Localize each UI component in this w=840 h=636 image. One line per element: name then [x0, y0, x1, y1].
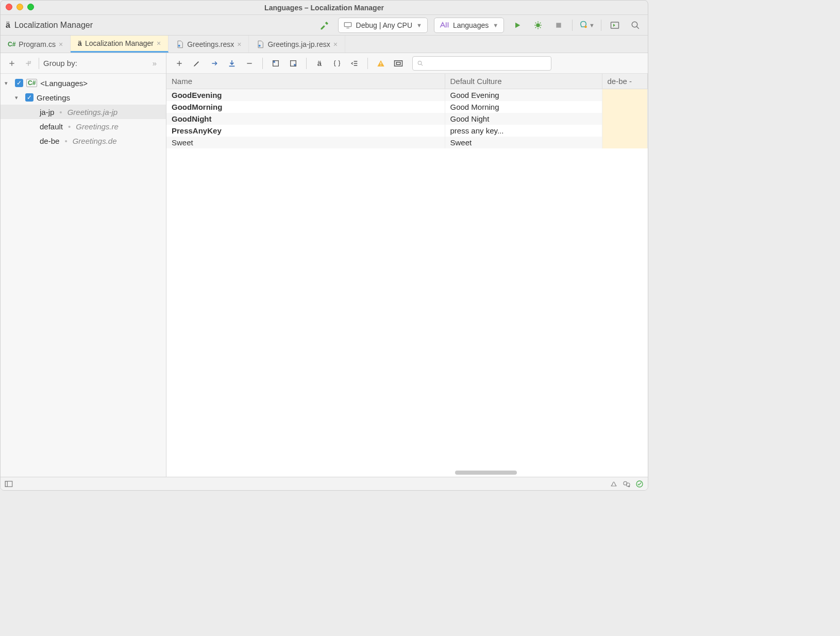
- tab-greetings-resx[interactable]: Greetings.resx ×: [169, 36, 249, 53]
- panel-button[interactable]: [608, 18, 622, 32]
- close-icon[interactable]: ×: [59, 40, 63, 48]
- chevron-down-icon: ▾: [5, 80, 12, 87]
- cell-default[interactable]: Sweet: [445, 137, 602, 148]
- hammer-build-button[interactable]: [317, 18, 332, 32]
- collapse-button[interactable]: »: [148, 57, 161, 70]
- braces-button[interactable]: [329, 56, 345, 71]
- cell-default[interactable]: press any key...: [445, 125, 602, 137]
- panel-toggle-button[interactable]: [5, 480, 13, 488]
- svg-rect-11: [380, 65, 381, 65]
- table-row[interactable]: GoodNightGood Night: [166, 113, 648, 125]
- svg-point-19: [628, 486, 630, 487]
- horizontal-scrollbar[interactable]: [455, 471, 517, 475]
- content-toolbar: ä: [166, 53, 648, 74]
- table-row[interactable]: GoodMorningGood Morning: [166, 101, 648, 113]
- table-wrap[interactable]: Name Default Culture de-be - GoodEvening…: [166, 74, 648, 477]
- culture-label: ja-jp: [40, 108, 54, 116]
- indent-button[interactable]: [347, 56, 362, 71]
- tree-leaf-ja-jp[interactable]: ja-jp • Greetings.ja-jp: [1, 105, 166, 119]
- tab-greetings-ja-jp-resx[interactable]: Greetings.ja-jp.resx ×: [249, 36, 345, 53]
- svg-point-6: [178, 44, 180, 46]
- svg-rect-0: [344, 22, 351, 26]
- statusbar: [1, 477, 648, 490]
- close-window-button[interactable]: [6, 4, 12, 10]
- tab-label: Program.cs: [19, 40, 56, 48]
- csharp-folder-icon: C#: [26, 79, 37, 87]
- tree-label: Greetings: [37, 93, 70, 102]
- cell-default[interactable]: Good Morning: [445, 101, 602, 113]
- bullet-icon: •: [62, 137, 69, 145]
- column-header-debe[interactable]: de-be -: [602, 74, 648, 89]
- inspections-button[interactable]: ▼: [579, 18, 595, 32]
- table-row[interactable]: GoodEveningGood Evening: [166, 89, 648, 102]
- table-row[interactable]: PressAnyKeypress any key...: [166, 125, 648, 137]
- tree-leaf-default[interactable]: default • Greetings.re: [1, 119, 166, 133]
- cell-debe[interactable]: [602, 89, 648, 102]
- tab-program-cs[interactable]: C# Program.cs ×: [1, 36, 71, 53]
- cell-name[interactable]: PressAnyKey: [166, 125, 445, 137]
- tree-leaf-de-be[interactable]: de-be • Greetings.de: [1, 133, 166, 148]
- column-header-default[interactable]: Default Culture: [445, 74, 602, 89]
- cell-debe[interactable]: [602, 113, 648, 125]
- svg-point-5: [632, 22, 637, 27]
- a-umlaut-icon: ä: [78, 39, 82, 47]
- tree-group-greetings[interactable]: ▾ ✓ Greetings: [1, 90, 166, 105]
- separator: [262, 58, 263, 69]
- tree-root-languages[interactable]: ▾ ✓ C# <Languages>: [1, 76, 166, 90]
- content-area: ä Name Default Culture de: [166, 53, 648, 477]
- checkbox-icon[interactable]: ✓: [15, 79, 23, 87]
- table-row[interactable]: SweetSweet: [166, 137, 648, 148]
- svg-rect-16: [5, 481, 7, 487]
- bullet-icon: •: [66, 122, 73, 131]
- run-config-dropdown[interactable]: Debug | Any CPU ▼: [338, 18, 428, 33]
- locale-button[interactable]: ä: [312, 56, 327, 71]
- cell-debe[interactable]: [602, 125, 648, 137]
- edit-button[interactable]: [189, 56, 205, 71]
- cell-debe[interactable]: [602, 137, 648, 148]
- sidebar: Group by: » ▾ ✓ C# <Languages> ▾ ✓ Greet…: [1, 53, 166, 477]
- add-button[interactable]: [6, 57, 18, 70]
- search-box[interactable]: [412, 56, 551, 71]
- cell-name[interactable]: Sweet: [166, 137, 445, 148]
- debug-button[interactable]: [531, 18, 545, 32]
- window-title: Languages – Localization Manager: [264, 4, 384, 12]
- close-icon[interactable]: ×: [333, 40, 338, 48]
- frame-button[interactable]: [391, 56, 406, 71]
- cell-name[interactable]: GoodEvening: [166, 89, 445, 102]
- status-ok-icon[interactable]: [635, 480, 644, 488]
- open-external-button[interactable]: [285, 56, 301, 71]
- zoom-window-button[interactable]: [27, 4, 34, 10]
- cell-debe[interactable]: [602, 101, 648, 113]
- close-icon[interactable]: ×: [157, 39, 161, 47]
- close-icon[interactable]: ×: [237, 40, 241, 48]
- background-tasks-button[interactable]: [622, 480, 631, 488]
- warning-button[interactable]: [373, 56, 389, 71]
- resx-icon: [176, 40, 184, 48]
- svg-rect-12: [395, 60, 402, 66]
- add-row-button[interactable]: [172, 56, 187, 71]
- minimize-window-button[interactable]: [16, 4, 23, 10]
- bullet-icon: •: [57, 108, 64, 116]
- run-button[interactable]: [510, 18, 525, 32]
- export-button[interactable]: [268, 56, 283, 71]
- search-everywhere-button[interactable]: [628, 18, 643, 32]
- notifications-button[interactable]: [610, 480, 618, 488]
- column-header-name[interactable]: Name: [166, 74, 445, 89]
- import-button[interactable]: [224, 56, 240, 71]
- go-to-button[interactable]: [207, 56, 222, 71]
- main-split: Group by: » ▾ ✓ C# <Languages> ▾ ✓ Greet…: [1, 53, 648, 477]
- add-special-button[interactable]: [22, 57, 35, 70]
- cell-default[interactable]: Good Night: [445, 113, 602, 125]
- stop-button[interactable]: [551, 18, 566, 32]
- separator: [572, 20, 573, 31]
- cell-name[interactable]: GoodNight: [166, 113, 445, 125]
- project-dropdown[interactable]: Languages ▼: [434, 18, 504, 33]
- cell-default[interactable]: Good Evening: [445, 89, 602, 102]
- search-input[interactable]: [424, 59, 547, 68]
- svg-rect-2: [556, 23, 561, 27]
- svg-point-1: [536, 23, 540, 27]
- cell-name[interactable]: GoodMorning: [166, 101, 445, 113]
- tab-localization-manager[interactable]: ä Localization Manager ×: [71, 36, 169, 53]
- remove-button[interactable]: [242, 56, 257, 71]
- checkbox-icon[interactable]: ✓: [25, 93, 33, 102]
